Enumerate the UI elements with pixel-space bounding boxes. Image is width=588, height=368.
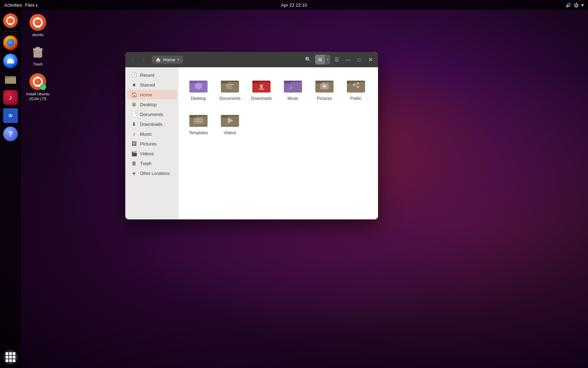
sidebar: 🕐 Recent ★ Starred 🏠 Home 🖥 Desktop 📄 Do… [125,67,178,219]
downloads-sidebar-icon: ⬇ [131,121,137,127]
search-button[interactable]: 🔍 [302,55,314,64]
folder-pictures-label: Pictures [317,96,332,102]
folder-templates[interactable]: Templates [184,107,213,139]
recent-icon: 🕐 [131,72,137,78]
sidebar-item-desktop[interactable]: 🖥 Desktop [127,100,177,109]
documents-sidebar-icon: 📄 [131,111,137,117]
location-caret-icon: ▾ [177,57,180,62]
folder-downloads-label: Downloads [251,96,272,102]
folder-music[interactable]: ♪ Music [279,73,307,104]
svg-rect-24 [259,89,264,90]
folder-videos-icon [220,110,240,128]
close-button[interactable]: ✕ [365,55,375,64]
dock-item-firefox[interactable] [2,35,19,51]
folder-music-label: Music [287,96,298,102]
desktop-icon-trash[interactable]: Trash [24,42,52,68]
sidebar-item-home[interactable]: 🏠 Home [127,90,177,100]
view-toggle: ⊞ ▾ [315,55,330,64]
view-caret-icon[interactable]: ▾ [325,55,330,64]
sidebar-item-trash[interactable]: 🗑 Trash [127,158,177,168]
desktop-icon-install-label: Install Ubuntu 20.04 LTS [26,91,49,102]
desktop-icon-trash-label: Trash [33,62,43,67]
svg-rect-2 [5,76,9,78]
grid-view-button[interactable]: ⊞ [315,55,325,64]
dock-item-show-apps[interactable] [2,349,19,365]
svg-rect-18 [226,86,232,87]
desktop-icons-area: ubuntu Trash ↓ [24,13,52,103]
dock-item-libreoffice[interactable]: W [2,108,19,124]
folder-public-icon [346,76,366,94]
sidebar-item-recent[interactable]: 🕐 Recent [127,70,177,80]
back-button[interactable]: ‹ [128,55,138,64]
folder-videos-label: Videos [224,130,236,136]
svg-rect-1 [5,77,16,84]
home-sidebar-icon: 🏠 [131,92,137,97]
videos-sidebar-icon: 🎬 [131,151,137,156]
svg-point-39 [353,84,355,86]
folder-templates-label: Templates [189,130,208,136]
dock-item-ubuntu[interactable] [2,13,19,29]
desktop-icon-ubuntu-label: ubuntu [32,32,44,37]
folder-downloads[interactable]: Downloads [247,73,276,104]
settings-caret-icon[interactable]: ▾ [581,2,584,8]
sidebar-item-starred[interactable]: ★ Starred [127,80,177,90]
sidebar-item-other-locations[interactable]: + Other Locations [127,168,177,179]
svg-point-40 [357,82,359,84]
minimize-button[interactable]: — [343,55,353,64]
desktop-icon-install[interactable]: ↓ Install Ubuntu 20.04 LTS [24,72,52,103]
svg-rect-13 [197,88,200,89]
dock-item-help[interactable]: ? [2,126,19,142]
folder-downloads-icon [252,76,271,94]
folder-templates-icon [189,110,208,128]
folder-public[interactable]: Public [342,73,370,104]
folder-pictures-icon [315,76,334,94]
files-menu-button[interactable]: Files ▾ [25,2,37,8]
folder-pictures[interactable]: Pictures [310,73,339,104]
topbar-datetime: Apr 22 22:10 [281,2,307,8]
svg-rect-5 [36,47,40,49]
svg-rect-19 [226,88,233,89]
location-label: Home [163,57,175,62]
forward-button[interactable]: › [139,55,148,64]
svg-point-41 [357,86,359,88]
file-manager-window: ‹ › 🏠 Home ▾ 🔍 ⊞ ▾ ☰ — □ ✕ 🕐 Recent ★ [125,52,378,219]
volume-icon[interactable]: 🔊 [566,2,571,8]
pictures-sidebar-icon: 🖼 [131,141,137,146]
dock-item-files[interactable] [2,71,19,87]
dock-item-rhythmbox[interactable]: ♪ [2,89,19,105]
folder-desktop[interactable]: Desktop [184,73,213,104]
dock-item-thunderbird[interactable] [2,53,19,69]
menu-button[interactable]: ☰ [332,55,342,64]
location-bar[interactable]: 🏠 Home ▾ [152,56,183,64]
svg-rect-12 [195,83,202,88]
sidebar-item-music[interactable]: ♪ Music [127,129,177,139]
window-titlebar: ‹ › 🏠 Home ▾ 🔍 ⊞ ▾ ☰ — □ ✕ [125,52,378,67]
svg-rect-22 [252,81,259,83]
svg-rect-11 [189,81,196,83]
power-icon[interactable]: ⏻ [574,2,579,8]
activities-button[interactable]: Activities [4,2,22,8]
folder-videos[interactable]: Videos [216,107,244,139]
music-sidebar-icon: ♪ [131,131,137,137]
sidebar-item-documents[interactable]: 📄 Documents [127,109,177,119]
sidebar-item-pictures[interactable]: 🖼 Pictures [127,139,177,149]
desktop-sidebar-icon: 🖥 [131,102,137,107]
maximize-button[interactable]: □ [354,55,364,64]
svg-rect-16 [221,81,228,83]
folder-public-label: Public [350,96,362,102]
main-content-area: Desktop Documents [178,67,378,219]
trash-sidebar-icon: 🗑 [131,161,137,166]
sidebar-item-downloads[interactable]: ⬇ Downloads [127,119,177,129]
other-locations-icon: + [131,170,137,177]
desktop-icon-ubuntu[interactable]: ubuntu [24,13,52,39]
folder-documents-label: Documents [219,96,241,102]
svg-rect-53 [221,115,228,118]
nav-buttons: ‹ › [128,55,148,64]
sidebar-item-videos[interactable]: 🎬 Videos [127,149,177,158]
svg-rect-38 [347,81,354,83]
folder-documents[interactable]: Documents [216,73,244,104]
svg-rect-26 [284,82,302,93]
svg-rect-46 [189,115,196,118]
svg-point-34 [323,85,326,87]
topbar: Activities Files ▾ Apr 22 22:10 🔊 ⏻ ▾ [0,0,588,10]
